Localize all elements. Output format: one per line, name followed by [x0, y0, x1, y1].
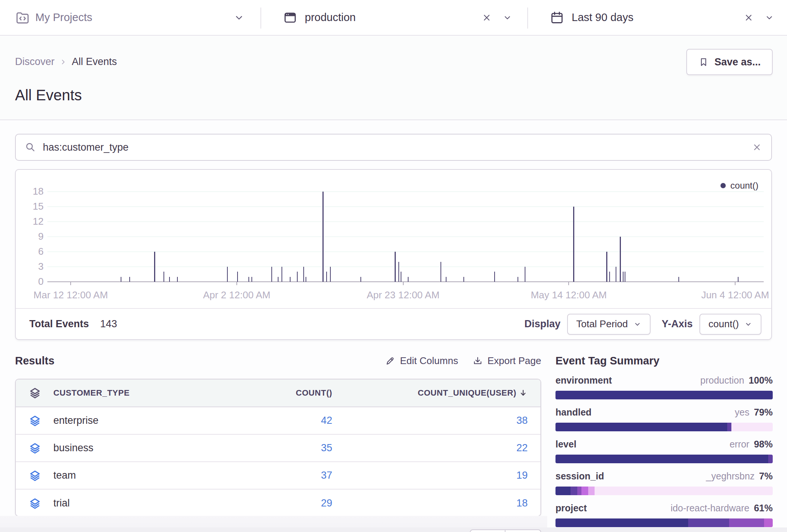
row-count-link[interactable]: 35: [232, 442, 332, 454]
chart-bar[interactable]: [129, 277, 130, 282]
tag-bar[interactable]: [555, 518, 773, 527]
chart-bar[interactable]: [398, 262, 399, 282]
export-page-button[interactable]: Export Page: [472, 355, 541, 367]
chart-bar[interactable]: [154, 252, 155, 282]
tag-bar-segment[interactable]: [764, 518, 773, 527]
tag-percent: 98%: [754, 439, 773, 450]
tag-bar-segment[interactable]: [555, 455, 768, 463]
chart-y-tick-label: 18: [16, 186, 44, 197]
chart-bar[interactable]: [237, 272, 238, 282]
row-count-link[interactable]: 29: [232, 497, 332, 509]
stack-icon[interactable]: [16, 443, 53, 454]
table-row[interactable]: team3719: [16, 462, 540, 490]
chart-bar[interactable]: [326, 272, 327, 282]
tag-percent: 7%: [759, 471, 773, 482]
chart-bar[interactable]: [177, 277, 178, 282]
row-count-unique-link[interactable]: 38: [332, 415, 540, 426]
chart-bar[interactable]: [463, 277, 464, 282]
chart-bar[interactable]: [227, 267, 228, 282]
chart-bar[interactable]: [408, 277, 409, 282]
row-count-link[interactable]: 37: [232, 470, 332, 481]
download-icon: [472, 356, 483, 366]
chevron-down-icon[interactable]: [502, 13, 512, 23]
tag-top-value: production: [700, 375, 744, 386]
column-header-count[interactable]: COUNT(): [232, 388, 332, 398]
tag-bar[interactable]: [555, 391, 773, 399]
tag-bar-segment[interactable]: [577, 487, 582, 495]
table-header-row: CUSTOMER_TYPE COUNT() COUNT_UNIQUE(USER): [16, 379, 540, 407]
tag-bar-segment[interactable]: [768, 455, 773, 463]
chart-bar[interactable]: [251, 277, 252, 282]
stack-icon[interactable]: [16, 498, 53, 509]
table-body: enterprise4238business3522team3719trial2…: [16, 407, 540, 517]
daterange-selector[interactable]: Last 90 days: [528, 0, 787, 35]
table-row[interactable]: business3522: [16, 435, 540, 462]
breadcrumb-discover[interactable]: Discover: [15, 56, 54, 68]
table-row[interactable]: enterprise4238: [16, 407, 540, 435]
chart-bar[interactable]: [330, 267, 331, 282]
chart-bar[interactable]: [163, 272, 164, 282]
tag-bar-segment[interactable]: [588, 487, 595, 495]
chart-y-tick-label: 15: [16, 201, 44, 212]
chart-bar[interactable]: [525, 267, 525, 282]
chart-bar[interactable]: [440, 262, 441, 282]
chart-bar[interactable]: [395, 252, 396, 282]
tag-bar-other[interactable]: [595, 487, 773, 495]
tag-bar-segment[interactable]: [555, 487, 571, 495]
save-as-button[interactable]: Save as...: [686, 49, 773, 75]
tag-bar-segment[interactable]: [729, 518, 764, 527]
tag-bar-other[interactable]: [731, 423, 773, 431]
chart-bar[interactable]: [271, 267, 272, 282]
chart-bar[interactable]: [306, 277, 306, 282]
chart-bar[interactable]: [401, 272, 401, 282]
total-events-value: 143: [100, 318, 117, 330]
chart-y-tick-label: 0: [16, 276, 44, 287]
stack-icon[interactable]: [16, 470, 53, 481]
tag-bar-segment[interactable]: [555, 423, 727, 431]
chart-bar[interactable]: [322, 192, 324, 282]
row-count-unique-link[interactable]: 19: [332, 470, 540, 481]
chevron-down-icon[interactable]: [764, 13, 774, 23]
tag-bar[interactable]: [555, 455, 773, 463]
project-selector[interactable]: My Projects: [0, 0, 261, 35]
row-count-link[interactable]: 42: [232, 415, 332, 426]
edit-columns-button[interactable]: Edit Columns: [385, 355, 458, 367]
row-customer-type: business: [53, 442, 232, 454]
tag-bar[interactable]: [555, 423, 773, 431]
sort-desc-icon: [519, 388, 528, 397]
chevron-down-icon[interactable]: [233, 12, 245, 23]
tag-bar-segment[interactable]: [555, 391, 773, 399]
tag-bar[interactable]: [555, 487, 773, 495]
chart-bar[interactable]: [290, 277, 291, 282]
tag-bar-segment[interactable]: [727, 423, 732, 431]
chart-bar[interactable]: [297, 272, 298, 282]
chart-bar[interactable]: [518, 277, 518, 282]
chart-bar[interactable]: [278, 277, 278, 282]
close-icon[interactable]: [743, 12, 754, 23]
row-count-unique-link[interactable]: 18: [332, 497, 540, 509]
stack-icon[interactable]: [16, 387, 53, 399]
tag-bar-segment[interactable]: [571, 487, 577, 495]
chart-bar[interactable]: [282, 267, 282, 282]
stack-icon[interactable]: [16, 415, 53, 426]
chart-bar[interactable]: [360, 277, 361, 282]
tag-bar-segment[interactable]: [581, 487, 588, 495]
column-header-count-unique[interactable]: COUNT_UNIQUE(USER): [332, 388, 540, 398]
chart-bar[interactable]: [494, 272, 495, 282]
row-count-unique-link[interactable]: 22: [332, 442, 540, 454]
chart-bar[interactable]: [248, 277, 249, 282]
chart-bar[interactable]: [303, 267, 304, 282]
pagination-next-button[interactable]: [505, 529, 541, 532]
tag-bar-segment[interactable]: [688, 518, 729, 527]
column-header-customer-type[interactable]: CUSTOMER_TYPE: [53, 388, 232, 398]
environment-selector[interactable]: production: [261, 0, 528, 35]
table-row[interactable]: trial2918: [16, 490, 540, 517]
chart-bar[interactable]: [446, 277, 446, 282]
chart-bar[interactable]: [169, 277, 170, 282]
close-icon[interactable]: [481, 12, 492, 23]
pagination-prev-button[interactable]: [470, 529, 505, 532]
tag-summary-row: environmentproduction100%: [555, 375, 773, 399]
results-table: CUSTOMER_TYPE COUNT() COUNT_UNIQUE(USER)…: [15, 379, 541, 517]
chart-bar[interactable]: [121, 277, 121, 282]
tag-bar-segment[interactable]: [555, 518, 688, 527]
